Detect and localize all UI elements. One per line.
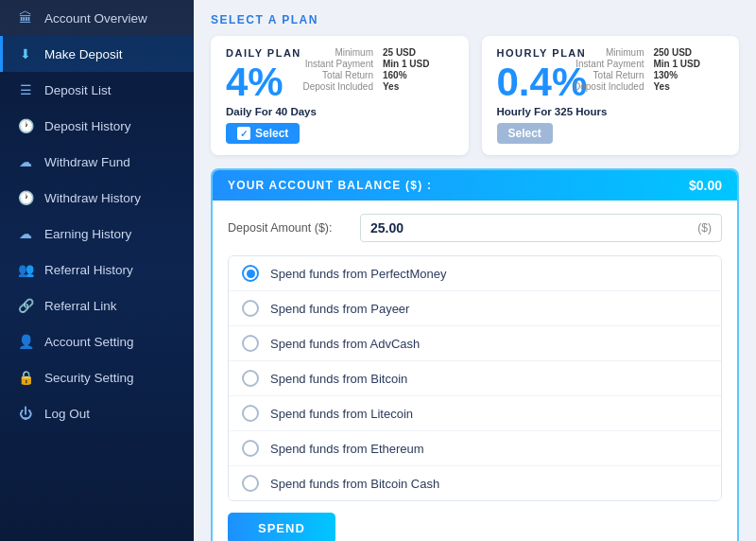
sidebar-item-withdraw-history[interactable]: 🕐Withdraw History — [0, 180, 194, 216]
plan-select-btn-hourly[interactable]: Select — [497, 123, 553, 144]
sidebar-label-earning-history: Earning History — [44, 227, 131, 241]
payment-option-advcash[interactable]: Spend funds from AdvCash — [229, 326, 721, 361]
payment-label-bitcoincash: Spend funds from Bitcoin Cash — [270, 477, 439, 491]
meta-label: Instant Payment — [574, 59, 644, 69]
sidebar-label-deposit-history: Deposit History — [44, 119, 131, 133]
sidebar-label-referral-history: Referral History — [44, 263, 133, 277]
main-content: SELECT A PLAN Minimum25 USDInstant Payme… — [194, 0, 756, 541]
deposit-history-icon: 🕐 — [16, 116, 35, 135]
radio-bitcoincash — [242, 475, 259, 492]
sidebar-item-referral-history[interactable]: 👥Referral History — [0, 252, 194, 288]
deposit-input-wrap: ($) — [360, 214, 722, 242]
make-deposit-icon: ⬇ — [16, 44, 35, 63]
deposit-list-icon: ☰ — [16, 80, 35, 99]
sidebar-item-make-deposit[interactable]: ⬇Make Deposit — [0, 36, 194, 72]
sidebar-item-earning-history[interactable]: ☁Earning History — [0, 216, 194, 252]
meta-value: Min 1 USD — [654, 59, 725, 69]
plans-row: Minimum25 USDInstant PaymentMin 1 USDTot… — [211, 36, 739, 155]
radio-ethereum — [242, 440, 259, 457]
balance-header: YOUR ACCOUNT BALANCE ($) : $0.00 — [213, 170, 737, 201]
sidebar-label-withdraw-fund: Withdraw Fund — [44, 155, 130, 169]
plan-meta-hourly: Minimum250 USDInstant PaymentMin 1 USDTo… — [574, 47, 724, 92]
spend-button[interactable]: SPEND — [228, 513, 335, 541]
plan-select-btn-daily[interactable]: Select — [226, 123, 300, 144]
sidebar-item-account-overview[interactable]: 🏛Account Overview — [0, 0, 194, 36]
plan-select-row-hourly: Select — [497, 123, 725, 144]
deposit-input[interactable] — [370, 215, 690, 241]
radio-litecoin — [242, 405, 259, 422]
deposit-label: Deposit Amount ($): — [228, 221, 351, 235]
deposit-currency: ($) — [697, 221, 712, 235]
earning-history-icon: ☁ — [16, 224, 35, 243]
radio-advcash — [242, 335, 259, 352]
sidebar-item-account-setting[interactable]: 👤Account Setting — [0, 323, 194, 359]
meta-value: Yes — [383, 81, 454, 92]
meta-label: Instant Payment — [303, 59, 374, 69]
sidebar: 🏛Account Overview⬇Make Deposit☰Deposit L… — [0, 0, 194, 541]
select-plan-label: SELECT A PLAN — [211, 13, 739, 26]
meta-label: Minimum — [574, 47, 644, 58]
referral-link-icon: 🔗 — [16, 296, 35, 315]
meta-label: Deposit Included — [574, 81, 644, 92]
sidebar-label-deposit-list: Deposit List — [44, 83, 112, 97]
meta-label: Total Return — [574, 70, 644, 80]
payment-option-ethereum[interactable]: Spend funds from Ethereum — [229, 431, 721, 466]
account-overview-icon: 🏛 — [16, 9, 35, 27]
payment-label-advcash: Spend funds from AdvCash — [270, 337, 420, 351]
radio-payeer — [242, 300, 259, 317]
security-setting-icon: 🔒 — [16, 368, 35, 387]
plan-subtitle-daily: Daily For 40 Days — [226, 106, 454, 117]
withdraw-history-icon: 🕐 — [16, 188, 35, 207]
referral-history-icon: 👥 — [16, 260, 35, 279]
sidebar-item-referral-link[interactable]: 🔗Referral Link — [0, 288, 194, 323]
meta-label: Minimum — [303, 47, 374, 58]
sidebar-label-log-out: Log Out — [44, 407, 90, 421]
spend-btn-row: SPEND — [228, 513, 722, 541]
sidebar-item-withdraw-fund[interactable]: ☁Withdraw Fund — [0, 144, 194, 180]
log-out-icon: ⏻ — [16, 404, 35, 423]
balance-body: Deposit Amount ($): ($) Spend funds from… — [213, 201, 737, 541]
payment-label-ethereum: Spend funds from Ethereum — [270, 442, 424, 456]
sidebar-label-account-overview: Account Overview — [44, 11, 147, 26]
sidebar-label-make-deposit: Make Deposit — [44, 47, 123, 61]
payment-options: Spend funds from PerfectMoneySpend funds… — [228, 255, 722, 501]
plan-subtitle-hourly: Hourly For 325 Hours — [497, 106, 725, 117]
radio-perfectmoney — [242, 265, 259, 282]
payment-label-bitcoin: Spend funds from Bitcoin — [270, 372, 407, 386]
meta-value: 130% — [654, 70, 725, 80]
meta-value: 250 USD — [654, 47, 725, 58]
payment-option-perfectmoney[interactable]: Spend funds from PerfectMoney — [229, 256, 721, 291]
sidebar-item-deposit-list[interactable]: ☰Deposit List — [0, 72, 194, 108]
withdraw-fund-icon: ☁ — [16, 152, 35, 171]
payment-option-bitcoin[interactable]: Spend funds from Bitcoin — [229, 361, 721, 396]
payment-option-litecoin[interactable]: Spend funds from Litecoin — [229, 396, 721, 431]
sidebar-label-security-setting: Security Setting — [44, 371, 134, 385]
radio-bitcoin — [242, 370, 259, 387]
meta-value: 25 USD — [383, 47, 454, 58]
payment-option-bitcoincash[interactable]: Spend funds from Bitcoin Cash — [229, 466, 721, 500]
meta-label: Total Return — [303, 70, 374, 80]
sidebar-label-withdraw-history: Withdraw History — [44, 191, 141, 205]
payment-label-perfectmoney: Spend funds from PerfectMoney — [270, 267, 446, 281]
payment-option-payeer[interactable]: Spend funds from Payeer — [229, 291, 721, 326]
payment-label-litecoin: Spend funds from Litecoin — [270, 407, 413, 421]
deposit-amount-row: Deposit Amount ($): ($) — [228, 214, 722, 242]
meta-value: Yes — [654, 81, 725, 92]
plan-card-daily: Minimum25 USDInstant PaymentMin 1 USDTot… — [211, 36, 469, 155]
balance-title: YOUR ACCOUNT BALANCE ($) : — [228, 179, 432, 192]
meta-label: Deposit Included — [303, 81, 374, 92]
meta-value: Min 1 USD — [383, 59, 454, 69]
plan-select-row-daily: Select — [226, 123, 454, 144]
sidebar-item-deposit-history[interactable]: 🕐Deposit History — [0, 108, 194, 144]
payment-label-payeer: Spend funds from Payeer — [270, 302, 409, 316]
sidebar-item-log-out[interactable]: ⏻Log Out — [0, 395, 194, 431]
sidebar-label-account-setting: Account Setting — [44, 335, 134, 349]
sidebar-label-referral-link: Referral Link — [44, 299, 117, 313]
sidebar-item-security-setting[interactable]: 🔒Security Setting — [0, 359, 194, 395]
account-setting-icon: 👤 — [16, 332, 35, 351]
plan-meta-daily: Minimum25 USDInstant PaymentMin 1 USDTot… — [303, 47, 454, 92]
balance-section: YOUR ACCOUNT BALANCE ($) : $0.00 Deposit… — [211, 168, 739, 541]
meta-value: 160% — [383, 70, 454, 80]
plan-card-hourly: Minimum250 USDInstant PaymentMin 1 USDTo… — [482, 36, 740, 155]
balance-amount: $0.00 — [689, 178, 722, 193]
